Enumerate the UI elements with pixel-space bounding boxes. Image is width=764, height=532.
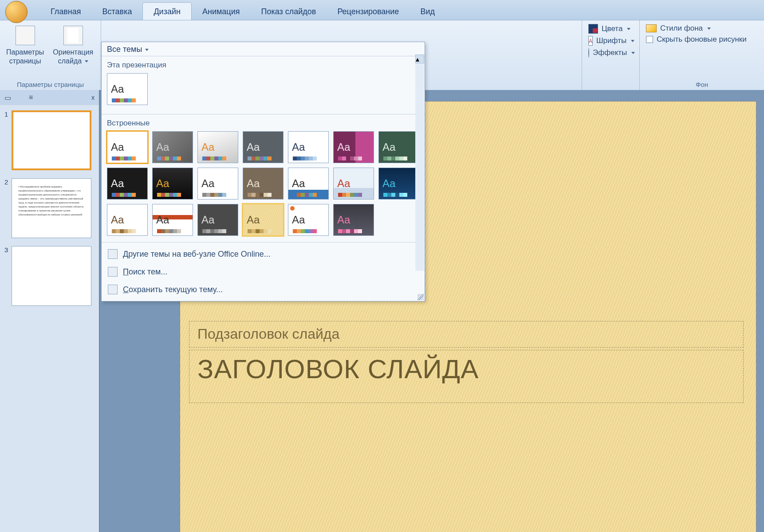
theme-thumbnail[interactable]: Aa xyxy=(333,168,374,200)
theme-thumbnail[interactable]: Aa xyxy=(152,168,193,200)
theme-thumbnail[interactable]: Aa xyxy=(107,131,148,163)
theme-preview-text: Aa xyxy=(247,141,260,153)
theme-swatches xyxy=(202,229,226,233)
theme-swatches xyxy=(112,229,136,233)
ribbon: Параметры страницы Ориентация слайда Пар… xyxy=(0,20,764,90)
theme-swatches xyxy=(383,193,407,197)
search-themes[interactable]: Поиск тем... xyxy=(102,263,425,281)
theme-preview-text: Aa xyxy=(292,177,305,190)
theme-preview-text: Aa xyxy=(382,141,395,153)
tab-design[interactable]: Дизайн xyxy=(142,2,192,20)
theme-preview-text: Aa xyxy=(247,177,260,190)
theme-thumbnail[interactable]: Aa xyxy=(243,168,284,200)
theme-thumbnail[interactable]: Aa xyxy=(197,168,238,200)
theme-fonts-button[interactable]: A Шрифты xyxy=(588,36,633,46)
title-placeholder[interactable]: ЗАГОЛОВОК СЛАЙДА xyxy=(189,350,744,403)
theme-thumbnail[interactable]: Aa xyxy=(107,204,148,236)
theme-effects-button[interactable]: Эффекты xyxy=(588,48,633,58)
theme-swatches xyxy=(112,193,136,197)
theme-preview-text: Aa xyxy=(201,177,214,190)
background-styles-button[interactable]: Стили фона xyxy=(646,24,758,33)
theme-thumbnail[interactable]: Aa xyxy=(197,131,238,163)
theme-swatches xyxy=(293,193,317,197)
theme-preview-text: Aa xyxy=(111,177,124,190)
theme-thumbnail[interactable]: Aa xyxy=(333,204,374,236)
theme-thumbnail[interactable]: Aa xyxy=(152,204,193,236)
panel-close-icon[interactable]: x xyxy=(91,94,95,101)
search-themes-label: Поиск тем... xyxy=(123,267,167,277)
more-themes-label: Другие темы на веб-узле Office Online... xyxy=(123,250,271,259)
slide-number-3: 3 xyxy=(4,246,8,306)
slide-orientation-button[interactable]: Ориентация слайда xyxy=(49,23,97,79)
page-setup-label: Параметры страницы xyxy=(6,48,44,66)
save-current-theme[interactable]: Сохранить текущую тему... xyxy=(102,281,425,298)
theme-colors-button[interactable]: Цвета xyxy=(588,24,633,34)
tab-insert[interactable]: Вставка xyxy=(92,3,143,20)
bg-styles-label: Стили фона xyxy=(660,24,703,33)
slide-thumbnail-1[interactable]: 1 xyxy=(0,105,99,173)
theme-preview-text: Aa xyxy=(201,141,214,153)
slide-number-2: 2 xyxy=(4,178,8,238)
theme-thumbnail[interactable]: Aa xyxy=(288,204,329,236)
checkbox-icon xyxy=(646,36,653,43)
theme-thumbnail[interactable]: Aa xyxy=(107,168,148,200)
page-setup-button[interactable]: Параметры страницы xyxy=(3,23,47,79)
theme-thumbnail[interactable]: Aa xyxy=(333,131,374,163)
theme-swatches xyxy=(157,229,181,233)
group-label-page-setup: Параметры страницы xyxy=(3,79,98,89)
tab-home[interactable]: Главная xyxy=(40,3,92,20)
theme-preview-text: Aa xyxy=(292,141,305,153)
theme-preview-text: Aa xyxy=(337,141,350,153)
theme-swatches xyxy=(112,156,136,160)
more-themes-online[interactable]: Другие темы на веб-узле Office Online... xyxy=(102,245,425,263)
theme-swatches xyxy=(338,156,362,160)
title-text: ЗАГОЛОВОК СЛАЙДА xyxy=(189,350,743,388)
theme-swatches xyxy=(112,98,136,102)
subtitle-placeholder[interactable]: Подзаголовок слайда xyxy=(189,321,744,348)
all-themes-header[interactable]: Все темы xyxy=(102,42,425,56)
theme-preview-text: Aa xyxy=(111,214,124,226)
scroll-up-icon[interactable]: ▴ xyxy=(415,55,424,63)
theme-preview-text: Aa xyxy=(156,214,169,226)
theme-preview-text: Aa xyxy=(292,214,305,226)
theme-swatches xyxy=(383,156,407,160)
theme-thumbnail[interactable]: Aa xyxy=(288,168,329,200)
theme-swatches xyxy=(248,229,272,233)
hide-bg-graphics-checkbox[interactable]: Скрыть фоновые рисунки xyxy=(646,35,758,44)
theme-thumbnail[interactable]: Aa xyxy=(107,73,148,105)
slide-thumbnail-2[interactable]: 2 • Исследователи проблем среднего профе… xyxy=(0,173,99,241)
effects-icon xyxy=(588,48,589,58)
slides-tab-icon[interactable]: ▭ xyxy=(4,94,11,102)
section-built-in: Встроенные xyxy=(107,116,419,131)
tab-review[interactable]: Рецензирование xyxy=(327,3,410,20)
theme-thumbnail[interactable]: Aa xyxy=(197,204,238,236)
theme-preview-text: Aa xyxy=(337,214,350,226)
section-this-presentation: Эта презентация xyxy=(107,58,419,73)
theme-thumbnail[interactable]: Aa xyxy=(152,131,193,163)
gallery-scrollbar[interactable]: ▴ xyxy=(415,55,424,271)
tab-animation[interactable]: Анимация xyxy=(192,3,251,20)
theme-thumbnail[interactable]: Aa xyxy=(378,131,419,163)
theme-preview-text: Aa xyxy=(156,141,169,153)
outline-tab-icon[interactable]: ≡ xyxy=(29,94,33,102)
theme-thumbnail[interactable]: Aa xyxy=(243,204,284,236)
theme-effects-label: Эффекты xyxy=(593,48,627,57)
online-icon xyxy=(108,249,118,259)
tab-slideshow[interactable]: Показ слайдов xyxy=(250,3,327,20)
slide-thumbnail-3[interactable]: 3 xyxy=(0,241,99,309)
theme-thumbnail[interactable]: Aa xyxy=(378,168,419,200)
theme-gallery-dropdown: Все темы Эта презентация Aa Встроенные A… xyxy=(101,42,425,301)
search-icon xyxy=(108,267,118,277)
office-button[interactable] xyxy=(5,1,28,23)
colors-icon xyxy=(588,24,598,34)
theme-preview-text: Aa xyxy=(382,177,395,190)
theme-preview-text: Aa xyxy=(156,177,169,190)
theme-thumbnail[interactable]: Aa xyxy=(288,131,329,163)
bg-styles-icon xyxy=(646,24,657,32)
gallery-resize-grip[interactable] xyxy=(417,294,424,300)
slide-number-1: 1 xyxy=(4,110,8,170)
group-label-background: Фон xyxy=(642,79,761,89)
theme-thumbnail[interactable]: Aa xyxy=(243,131,284,163)
tab-view[interactable]: Вид xyxy=(410,3,445,20)
theme-swatches xyxy=(338,193,362,197)
